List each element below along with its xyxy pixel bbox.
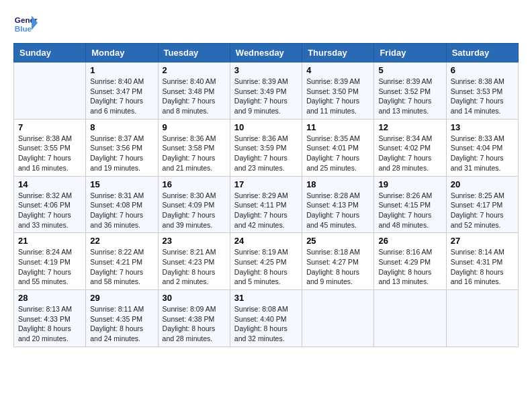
- calendar-cell: 25Sunrise: 8:18 AM Sunset: 4:27 PM Dayli…: [302, 233, 374, 290]
- calendar-cell: 26Sunrise: 8:16 AM Sunset: 4:29 PM Dayli…: [374, 233, 446, 290]
- calendar-cell: 20Sunrise: 8:25 AM Sunset: 4:17 PM Dayli…: [446, 176, 518, 233]
- day-number: 10: [234, 122, 298, 132]
- calendar-table: SundayMondayTuesdayWednesdayThursdayFrid…: [13, 43, 519, 347]
- day-number: 5: [378, 65, 441, 75]
- day-info: Sunrise: 8:40 AM Sunset: 3:47 PM Dayligh…: [90, 77, 153, 116]
- calendar-cell: 18Sunrise: 8:28 AM Sunset: 4:13 PM Dayli…: [302, 176, 374, 233]
- calendar-cell: 23Sunrise: 8:21 AM Sunset: 4:23 PM Dayli…: [158, 233, 230, 290]
- day-number: 12: [378, 122, 441, 132]
- day-info: Sunrise: 8:18 AM Sunset: 4:27 PM Dayligh…: [306, 247, 369, 287]
- day-info: Sunrise: 8:31 AM Sunset: 4:08 PM Dayligh…: [90, 191, 153, 230]
- calendar-cell: [374, 290, 446, 347]
- day-info: Sunrise: 8:21 AM Sunset: 4:23 PM Dayligh…: [163, 247, 226, 287]
- day-number: 27: [451, 236, 514, 246]
- calendar-cell: 28Sunrise: 8:13 AM Sunset: 4:33 PM Dayli…: [14, 290, 86, 347]
- day-info: Sunrise: 8:13 AM Sunset: 4:33 PM Dayligh…: [18, 304, 81, 344]
- day-info: Sunrise: 8:39 AM Sunset: 3:50 PM Dayligh…: [306, 77, 369, 116]
- calendar-cell: 8Sunrise: 8:37 AM Sunset: 3:56 PM Daylig…: [86, 119, 158, 176]
- day-number: 15: [90, 179, 153, 189]
- day-number: 9: [163, 122, 226, 132]
- calendar-cell: 6Sunrise: 8:38 AM Sunset: 3:53 PM Daylig…: [446, 62, 518, 120]
- col-header-sunday: Sunday: [14, 44, 86, 62]
- day-info: Sunrise: 8:35 AM Sunset: 4:01 PM Dayligh…: [306, 134, 369, 173]
- day-info: Sunrise: 8:40 AM Sunset: 3:48 PM Dayligh…: [163, 77, 226, 116]
- calendar-cell: 3Sunrise: 8:39 AM Sunset: 3:49 PM Daylig…: [230, 62, 302, 120]
- calendar-cell: 31Sunrise: 8:08 AM Sunset: 4:40 PM Dayli…: [230, 290, 302, 347]
- calendar-cell: 30Sunrise: 8:09 AM Sunset: 4:38 PM Dayli…: [158, 290, 230, 347]
- day-number: 11: [306, 122, 369, 132]
- day-number: 7: [18, 122, 81, 132]
- day-info: Sunrise: 8:36 AM Sunset: 3:58 PM Dayligh…: [163, 134, 226, 173]
- day-number: 26: [378, 236, 441, 246]
- calendar-cell: 5Sunrise: 8:39 AM Sunset: 3:52 PM Daylig…: [374, 62, 446, 120]
- calendar-cell: 11Sunrise: 8:35 AM Sunset: 4:01 PM Dayli…: [302, 119, 374, 176]
- calendar-cell: 16Sunrise: 8:30 AM Sunset: 4:09 PM Dayli…: [158, 176, 230, 233]
- week-row: 14Sunrise: 8:32 AM Sunset: 4:06 PM Dayli…: [14, 176, 519, 233]
- day-number: 31: [234, 293, 298, 303]
- day-info: Sunrise: 8:36 AM Sunset: 3:59 PM Dayligh…: [234, 134, 298, 173]
- week-row: 21Sunrise: 8:24 AM Sunset: 4:19 PM Dayli…: [14, 233, 519, 290]
- day-number: 24: [234, 236, 298, 246]
- calendar-cell: 19Sunrise: 8:26 AM Sunset: 4:15 PM Dayli…: [374, 176, 446, 233]
- day-number: 13: [451, 122, 514, 132]
- day-number: 23: [163, 236, 226, 246]
- day-number: 29: [90, 293, 153, 303]
- day-number: 14: [18, 179, 81, 189]
- day-info: Sunrise: 8:33 AM Sunset: 4:04 PM Dayligh…: [451, 134, 514, 173]
- week-row: 28Sunrise: 8:13 AM Sunset: 4:33 PM Dayli…: [14, 290, 519, 347]
- day-info: Sunrise: 8:39 AM Sunset: 3:52 PM Dayligh…: [378, 77, 441, 116]
- day-number: 18: [306, 179, 369, 189]
- week-row: 7Sunrise: 8:38 AM Sunset: 3:55 PM Daylig…: [14, 119, 519, 176]
- day-number: 22: [90, 236, 153, 246]
- calendar-cell: 14Sunrise: 8:32 AM Sunset: 4:06 PM Dayli…: [14, 176, 86, 233]
- calendar-cell: 17Sunrise: 8:29 AM Sunset: 4:11 PM Dayli…: [230, 176, 302, 233]
- logo-icon: General Blue: [13, 11, 38, 35]
- day-info: Sunrise: 8:32 AM Sunset: 4:06 PM Dayligh…: [18, 191, 81, 230]
- day-number: 19: [378, 179, 441, 189]
- day-info: Sunrise: 8:37 AM Sunset: 3:56 PM Dayligh…: [90, 134, 153, 173]
- col-header-monday: Monday: [86, 44, 158, 62]
- day-info: Sunrise: 8:08 AM Sunset: 4:40 PM Dayligh…: [234, 304, 298, 344]
- calendar-cell: 7Sunrise: 8:38 AM Sunset: 3:55 PM Daylig…: [14, 119, 86, 176]
- calendar-cell: 21Sunrise: 8:24 AM Sunset: 4:19 PM Dayli…: [14, 233, 86, 290]
- day-info: Sunrise: 8:38 AM Sunset: 3:55 PM Dayligh…: [18, 134, 81, 173]
- col-header-wednesday: Wednesday: [230, 44, 302, 62]
- calendar-cell: 13Sunrise: 8:33 AM Sunset: 4:04 PM Dayli…: [446, 119, 518, 176]
- calendar-cell: [446, 290, 518, 347]
- day-info: Sunrise: 8:14 AM Sunset: 4:31 PM Dayligh…: [451, 247, 514, 287]
- day-info: Sunrise: 8:11 AM Sunset: 4:35 PM Dayligh…: [90, 304, 153, 344]
- calendar-cell: 15Sunrise: 8:31 AM Sunset: 4:08 PM Dayli…: [86, 176, 158, 233]
- day-info: Sunrise: 8:38 AM Sunset: 3:53 PM Dayligh…: [451, 77, 514, 116]
- day-info: Sunrise: 8:30 AM Sunset: 4:09 PM Dayligh…: [163, 191, 226, 230]
- day-number: 20: [451, 179, 514, 189]
- calendar-cell: 1Sunrise: 8:40 AM Sunset: 3:47 PM Daylig…: [86, 62, 158, 120]
- day-number: 4: [306, 65, 369, 75]
- day-number: 2: [163, 65, 226, 75]
- calendar-cell: 29Sunrise: 8:11 AM Sunset: 4:35 PM Dayli…: [86, 290, 158, 347]
- page-header: General Blue: [13, 11, 519, 35]
- day-number: 3: [234, 65, 298, 75]
- week-row: 1Sunrise: 8:40 AM Sunset: 3:47 PM Daylig…: [14, 62, 519, 120]
- logo: General Blue: [13, 11, 38, 35]
- day-number: 21: [18, 236, 81, 246]
- day-info: Sunrise: 8:39 AM Sunset: 3:49 PM Dayligh…: [234, 77, 298, 116]
- day-number: 6: [451, 65, 514, 75]
- day-info: Sunrise: 8:22 AM Sunset: 4:21 PM Dayligh…: [90, 247, 153, 287]
- calendar-cell: 9Sunrise: 8:36 AM Sunset: 3:58 PM Daylig…: [158, 119, 230, 176]
- col-header-thursday: Thursday: [302, 44, 374, 62]
- header-row: SundayMondayTuesdayWednesdayThursdayFrid…: [14, 44, 519, 62]
- day-number: 8: [90, 122, 153, 132]
- calendar-cell: [14, 62, 86, 120]
- col-header-saturday: Saturday: [446, 44, 518, 62]
- calendar-cell: 12Sunrise: 8:34 AM Sunset: 4:02 PM Dayli…: [374, 119, 446, 176]
- calendar-cell: 10Sunrise: 8:36 AM Sunset: 3:59 PM Dayli…: [230, 119, 302, 176]
- day-number: 28: [18, 293, 81, 303]
- day-info: Sunrise: 8:26 AM Sunset: 4:15 PM Dayligh…: [378, 191, 441, 230]
- day-info: Sunrise: 8:34 AM Sunset: 4:02 PM Dayligh…: [378, 134, 441, 173]
- calendar-cell: 27Sunrise: 8:14 AM Sunset: 4:31 PM Dayli…: [446, 233, 518, 290]
- day-info: Sunrise: 8:24 AM Sunset: 4:19 PM Dayligh…: [18, 247, 81, 287]
- day-info: Sunrise: 8:29 AM Sunset: 4:11 PM Dayligh…: [234, 191, 298, 230]
- day-info: Sunrise: 8:28 AM Sunset: 4:13 PM Dayligh…: [306, 191, 369, 230]
- calendar-cell: 4Sunrise: 8:39 AM Sunset: 3:50 PM Daylig…: [302, 62, 374, 120]
- day-number: 17: [234, 179, 298, 189]
